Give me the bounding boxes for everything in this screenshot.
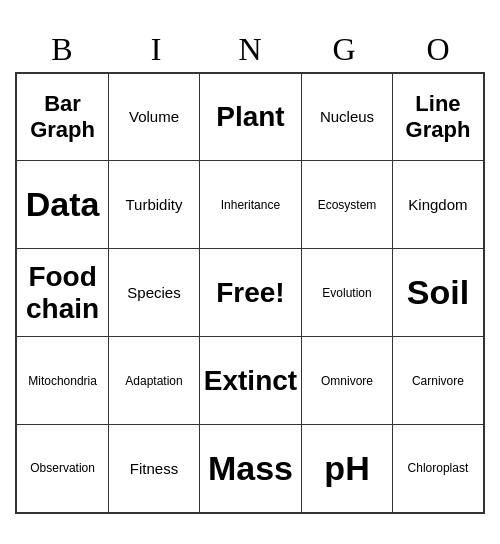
cell-r3-c3: Omnivore xyxy=(302,337,393,425)
header-letter-g: G xyxy=(297,31,391,68)
cell-r1-c3: Ecosystem xyxy=(302,161,393,249)
header-letter-b: B xyxy=(15,31,109,68)
cell-r1-c1: Turbidity xyxy=(109,161,200,249)
header-letter-i: I xyxy=(109,31,203,68)
table-row: MitochondriaAdaptationExtinctOmnivoreCar… xyxy=(16,337,484,425)
cell-r2-c0: Food chain xyxy=(16,249,109,337)
table-row: Food chainSpeciesFree!EvolutionSoil xyxy=(16,249,484,337)
cell-r3-c2: Extinct xyxy=(199,337,301,425)
cell-r2-c4: Soil xyxy=(392,249,484,337)
cell-r4-c2: Mass xyxy=(199,425,301,513)
cell-r4-c0: Observation xyxy=(16,425,109,513)
cell-r4-c1: Fitness xyxy=(109,425,200,513)
cell-r3-c4: Carnivore xyxy=(392,337,484,425)
cell-r2-c3: Evolution xyxy=(302,249,393,337)
cell-r1-c0: Data xyxy=(16,161,109,249)
cell-r0-c0: Bar Graph xyxy=(16,73,109,161)
cell-r0-c3: Nucleus xyxy=(302,73,393,161)
cell-r3-c0: Mitochondria xyxy=(16,337,109,425)
table-row: ObservationFitnessMasspHChloroplast xyxy=(16,425,484,513)
cell-r0-c1: Volume xyxy=(109,73,200,161)
cell-r0-c2: Plant xyxy=(199,73,301,161)
header-letter-o: O xyxy=(391,31,485,68)
cell-r4-c4: Chloroplast xyxy=(392,425,484,513)
cell-r1-c2: Inheritance xyxy=(199,161,301,249)
bingo-card: BINGO Bar GraphVolumePlantNucleusLine Gr… xyxy=(15,31,485,514)
table-row: Bar GraphVolumePlantNucleusLine Graph xyxy=(16,73,484,161)
cell-r2-c2: Free! xyxy=(199,249,301,337)
bingo-grid: Bar GraphVolumePlantNucleusLine GraphDat… xyxy=(15,72,485,514)
bingo-header: BINGO xyxy=(15,31,485,68)
cell-r4-c3: pH xyxy=(302,425,393,513)
cell-r0-c4: Line Graph xyxy=(392,73,484,161)
header-letter-n: N xyxy=(203,31,297,68)
cell-r3-c1: Adaptation xyxy=(109,337,200,425)
cell-r1-c4: Kingdom xyxy=(392,161,484,249)
table-row: DataTurbidityInheritanceEcosystemKingdom xyxy=(16,161,484,249)
cell-r2-c1: Species xyxy=(109,249,200,337)
